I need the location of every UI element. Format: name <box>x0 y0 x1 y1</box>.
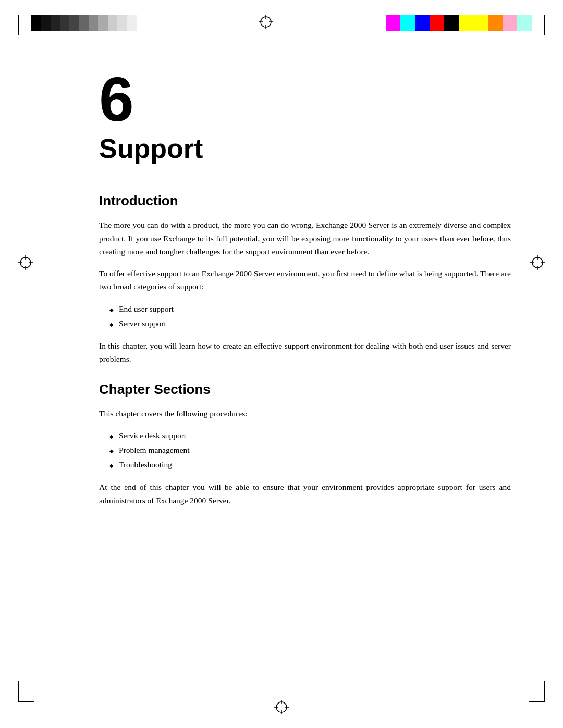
corner-mark-bottom-right-h <box>529 701 545 702</box>
color-swatch-right <box>473 15 488 31</box>
corner-mark-bottom-left-v <box>18 681 19 702</box>
crosshair-bottom <box>274 700 289 718</box>
sections-intro: This chapter covers the following proced… <box>99 407 511 421</box>
chapter-title: Support <box>99 133 511 164</box>
color-swatch-left <box>127 15 136 31</box>
color-swatch-right <box>488 15 503 31</box>
color-swatch-left <box>69 15 79 31</box>
color-swatch-right <box>430 15 444 31</box>
crosshair-right <box>530 255 545 273</box>
color-swatch-right <box>400 15 415 31</box>
color-strip-right <box>386 15 532 31</box>
top-bar <box>0 15 563 31</box>
intro-paragraph-2: To offer effective support to an Exchang… <box>99 267 511 293</box>
intro-bullet-2: Server support <box>109 316 511 331</box>
corner-mark-bottom-left-h <box>18 701 34 702</box>
color-swatch-left <box>89 15 98 31</box>
color-swatch-left <box>117 15 127 31</box>
intro-section: Introduction The more you can do with a … <box>99 193 511 366</box>
color-swatch-right <box>444 15 459 31</box>
color-swatch-right <box>517 15 532 31</box>
sections-bullet-1: Service desk support <box>109 428 511 443</box>
sections-bullet-list: Service desk support Problem management … <box>109 428 511 472</box>
color-swatch-left <box>51 15 60 31</box>
color-swatch-left <box>79 15 89 31</box>
crosshair-left <box>18 255 33 273</box>
color-swatch-right <box>459 15 473 31</box>
intro-bullet-list: End user support Server support <box>109 302 511 331</box>
sections-heading: Chapter Sections <box>99 381 511 398</box>
intro-heading: Introduction <box>99 193 511 209</box>
intro-closing: In this chapter, you will learn how to c… <box>99 339 511 366</box>
color-swatch-left <box>98 15 107 31</box>
color-swatch-left <box>31 15 41 31</box>
color-strip-left <box>31 15 146 31</box>
color-swatch-left <box>108 15 117 31</box>
center-crosshair-top <box>259 15 273 31</box>
color-swatch-right <box>415 15 430 31</box>
color-swatch-right <box>386 15 400 31</box>
sections-closing: At the end of this chapter you will be a… <box>99 480 511 507</box>
chapter-number: 6 <box>99 68 511 130</box>
color-swatch-left <box>137 15 146 31</box>
corner-mark-bottom-right-v <box>544 681 545 702</box>
color-swatch-right <box>503 15 517 31</box>
main-content: 6 Support Introduction The more you can … <box>99 68 511 515</box>
color-swatch-left <box>60 15 69 31</box>
intro-bullet-1: End user support <box>109 302 511 316</box>
sections-bullet-2: Problem management <box>109 443 511 458</box>
intro-paragraph-1: The more you can do with a product, the … <box>99 218 511 258</box>
color-swatch-left <box>41 15 50 31</box>
sections-bullet-3: Troubleshooting <box>109 458 511 472</box>
chapter-sections: Chapter Sections This chapter covers the… <box>99 381 511 507</box>
